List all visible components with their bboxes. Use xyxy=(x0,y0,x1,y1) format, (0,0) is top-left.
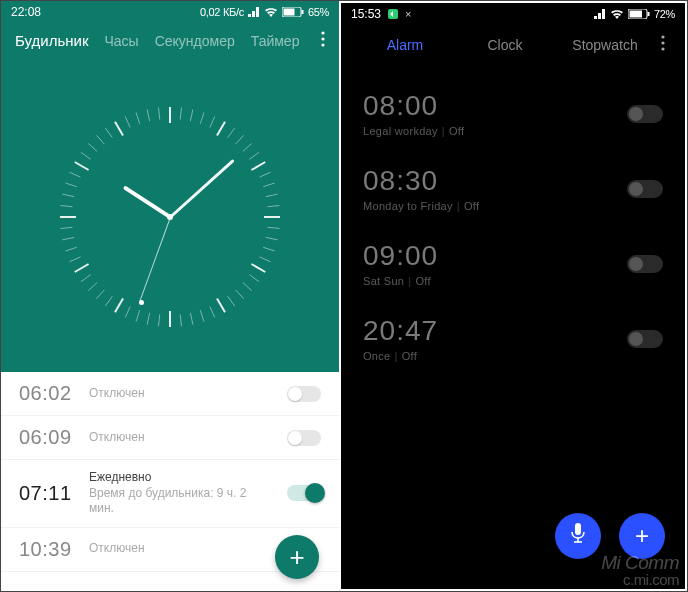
svg-line-9 xyxy=(200,112,204,123)
signal-icon xyxy=(248,7,260,17)
alarm-toggle[interactable] xyxy=(627,330,663,348)
alarm-subtext: Once|Off xyxy=(363,350,615,362)
svg-line-50 xyxy=(61,227,73,228)
svg-line-38 xyxy=(147,313,149,325)
status-battery-pct: 65% xyxy=(308,6,329,18)
alarm-subtext: Monday to Friday|Off xyxy=(363,200,615,212)
alarm-row[interactable]: 08:30 Monday to Friday|Off xyxy=(341,151,685,226)
alarm-list[interactable]: 08:00 Legal workday|Off 08:30 Monday to … xyxy=(341,70,685,382)
svg-line-54 xyxy=(65,183,76,187)
status-app-indicator-icon xyxy=(387,8,399,20)
svg-rect-2 xyxy=(301,10,303,14)
svg-line-65 xyxy=(159,108,160,120)
svg-rect-70 xyxy=(647,12,649,16)
microphone-icon xyxy=(569,522,587,550)
alarm-subtext: Sat Sun|Off xyxy=(363,275,615,287)
svg-line-56 xyxy=(75,162,89,170)
alarm-toggle[interactable] xyxy=(627,255,663,273)
svg-line-18 xyxy=(263,183,274,187)
svg-line-30 xyxy=(228,296,235,306)
alarm-row[interactable]: 09:00 Sat Sun|Off xyxy=(341,226,685,301)
svg-line-14 xyxy=(243,143,252,151)
tab-alarm[interactable]: Alarm xyxy=(355,37,455,53)
add-alarm-button[interactable]: + xyxy=(619,513,665,559)
status-battery-pct: 72% xyxy=(654,8,675,20)
wifi-icon xyxy=(610,9,624,19)
alarm-toggle[interactable] xyxy=(627,105,663,123)
svg-line-61 xyxy=(115,122,123,136)
more-menu-icon[interactable] xyxy=(317,31,329,50)
svg-line-23 xyxy=(266,237,278,239)
svg-line-34 xyxy=(190,313,192,325)
add-alarm-button[interactable]: + xyxy=(275,535,319,579)
svg-line-13 xyxy=(236,135,244,144)
plus-icon: + xyxy=(635,522,649,550)
phone-dark-theme: 15:53 × 72% Alarm Clock xyxy=(339,1,687,591)
alarm-subtext: Legal workday|Off xyxy=(363,125,615,137)
svg-line-63 xyxy=(136,112,140,123)
tab-stopwatch[interactable]: Секундомер xyxy=(155,33,235,49)
svg-line-40 xyxy=(125,307,130,318)
svg-line-22 xyxy=(267,227,279,228)
svg-rect-1 xyxy=(283,9,294,16)
tab-clock[interactable]: Clock xyxy=(455,37,555,53)
tab-timer[interactable]: Таймер xyxy=(251,33,300,49)
svg-line-10 xyxy=(210,117,215,128)
voice-button[interactable] xyxy=(555,513,601,559)
svg-line-7 xyxy=(180,108,181,120)
alarm-time: 08:00 xyxy=(363,90,615,122)
alarm-row[interactable]: 06:02 Отключен xyxy=(1,372,339,416)
battery-icon xyxy=(282,7,304,17)
tab-clock[interactable]: Часы xyxy=(104,33,138,49)
svg-rect-69 xyxy=(629,11,642,18)
alarm-row[interactable]: 06:09 Отключен xyxy=(1,416,339,460)
svg-line-55 xyxy=(70,172,81,177)
svg-line-26 xyxy=(251,264,265,272)
plus-icon: + xyxy=(289,542,304,573)
svg-line-8 xyxy=(190,109,192,121)
svg-line-39 xyxy=(136,310,140,321)
svg-line-12 xyxy=(228,128,235,138)
tab-alarm[interactable]: Будильник xyxy=(15,32,88,49)
svg-line-29 xyxy=(236,290,244,299)
svg-line-20 xyxy=(267,206,279,207)
svg-line-60 xyxy=(105,128,112,138)
alarm-time: 10:39 xyxy=(19,538,75,561)
svg-line-44 xyxy=(88,283,97,291)
svg-line-47 xyxy=(70,257,81,262)
svg-line-52 xyxy=(61,206,73,207)
alarm-row[interactable]: 08:00 Legal workday|Off xyxy=(341,76,685,151)
svg-point-4 xyxy=(321,37,324,40)
svg-line-31 xyxy=(217,298,225,312)
svg-line-27 xyxy=(249,275,259,282)
svg-line-62 xyxy=(125,117,130,128)
more-menu-icon[interactable] xyxy=(655,35,671,54)
svg-line-45 xyxy=(81,275,91,282)
alarm-toggle[interactable] xyxy=(287,430,321,446)
tab-stopwatch[interactable]: Stopwatch xyxy=(555,37,655,53)
status-time: 15:53 xyxy=(351,7,381,21)
svg-line-42 xyxy=(105,296,112,306)
svg-point-73 xyxy=(661,47,664,50)
alarm-toggle[interactable] xyxy=(627,180,663,198)
alarm-toggle[interactable] xyxy=(287,485,321,501)
clock-alarm-marker-dot xyxy=(139,300,144,305)
status-net-speed: 0,02 КБ/с xyxy=(200,6,244,18)
alarm-toggle[interactable] xyxy=(287,386,321,402)
svg-line-16 xyxy=(251,162,265,170)
alarm-row[interactable]: 20:47 Once|Off xyxy=(341,301,685,376)
svg-point-3 xyxy=(321,31,324,34)
phone-light-theme: 22:08 0,02 КБ/с 65% Будильник xyxy=(1,1,339,591)
alarm-label: Отключен xyxy=(89,430,273,446)
alarm-label: Ежедневно xyxy=(89,470,273,486)
tab-bar: Будильник Часы Секундомер Таймер xyxy=(1,21,339,62)
clock-center-dot xyxy=(167,214,173,220)
svg-rect-74 xyxy=(575,523,581,535)
svg-line-15 xyxy=(249,152,259,159)
svg-line-53 xyxy=(62,194,74,196)
alarm-row[interactable]: 07:11 Ежедневно Время до будильника: 9 ч… xyxy=(1,460,339,528)
alarm-time: 06:09 xyxy=(19,426,75,449)
svg-line-43 xyxy=(96,290,104,299)
alarm-time: 06:02 xyxy=(19,382,75,405)
signal-icon xyxy=(594,9,606,19)
